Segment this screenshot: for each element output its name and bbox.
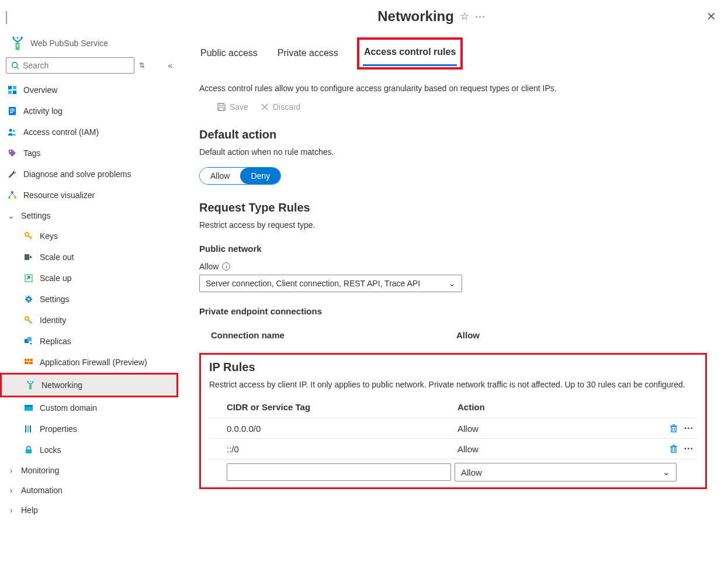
ip-rule-row: ::/0 Allow ··· — [209, 438, 697, 459]
toggle-deny[interactable]: Deny — [240, 168, 280, 184]
nav-label: Scale up — [40, 273, 71, 283]
sidebar-item-activity-log[interactable]: Activity log — [0, 101, 178, 122]
nav-label: Application Firewall (Preview) — [40, 358, 147, 367]
networking-icon — [25, 380, 36, 390]
svg-point-17 — [10, 151, 11, 152]
nav-label: Properties — [40, 424, 77, 434]
toggle-allow[interactable]: Allow — [200, 168, 240, 184]
sidebar-item-networking[interactable]: Networking — [2, 375, 176, 396]
people-icon — [7, 127, 18, 137]
favorite-star-icon[interactable]: ☆ — [460, 10, 469, 23]
discard-button[interactable]: Discard — [260, 102, 300, 112]
sidebar-item-tags[interactable]: Tags — [0, 143, 178, 164]
collapse-sidebar-icon[interactable]: « — [168, 61, 172, 70]
sidebar-item-settings-sub[interactable]: Settings — [0, 289, 178, 310]
more-options-icon[interactable]: ··· — [684, 444, 694, 454]
default-action-heading: Default action — [199, 128, 707, 141]
service-logo-icon — [9, 35, 26, 51]
sidebar-item-firewall[interactable]: Application Firewall (Preview) — [0, 352, 178, 373]
nav-label: Automation — [21, 486, 63, 495]
svg-rect-9 — [8, 91, 12, 94]
sidebar-group-settings[interactable]: ⌄ Settings — [0, 206, 178, 226]
allow-column: Allow — [456, 330, 695, 340]
svg-line-6 — [17, 67, 19, 70]
chevron-down-icon: ⌄ — [663, 467, 670, 477]
svg-rect-10 — [13, 91, 16, 94]
sidebar-group-automation[interactable]: › Automation — [0, 480, 178, 500]
svg-point-28 — [27, 297, 30, 301]
svg-rect-47 — [26, 449, 32, 453]
sidebar-item-identity[interactable]: Identity — [0, 310, 178, 331]
sidebar-search-input[interactable] — [6, 57, 134, 74]
svg-point-40 — [30, 381, 31, 382]
svg-line-21 — [9, 193, 12, 196]
svg-line-31 — [30, 322, 32, 323]
svg-point-0 — [12, 37, 15, 39]
sort-updown-icon[interactable]: ⇅ — [139, 61, 145, 70]
sidebar-item-overview[interactable]: Overview — [0, 79, 178, 101]
sidebar-item-locks[interactable]: Locks — [0, 439, 178, 460]
tab-public-access[interactable]: Public access — [199, 42, 259, 65]
lock-icon — [23, 445, 34, 455]
wrench-icon — [7, 169, 18, 179]
svg-point-20 — [14, 196, 16, 199]
tab-private-access[interactable]: Private access — [276, 42, 339, 65]
allow-dropdown[interactable]: Server connection, Client connection, RE… — [199, 275, 462, 292]
save-button[interactable]: Save — [217, 102, 248, 112]
public-network-label: Public network — [199, 244, 707, 254]
sidebar-item-iam[interactable]: Access control (IAM) — [0, 122, 178, 143]
sidebar-item-scale-out[interactable]: Scale out — [0, 247, 178, 268]
chevron-right-icon: › — [7, 466, 15, 475]
nav-label: Access control (IAM) — [23, 127, 99, 137]
scale-up-icon — [23, 273, 34, 283]
new-cidr-input[interactable] — [227, 463, 451, 481]
ip-rules-desc: Restrict access by client IP. It only ap… — [209, 380, 697, 389]
firewall-icon — [23, 357, 34, 368]
connection-name-column: Connection name — [211, 330, 456, 340]
tag-icon — [7, 148, 18, 158]
svg-rect-8 — [13, 86, 16, 89]
svg-rect-34 — [25, 359, 33, 361]
save-label: Save — [230, 102, 248, 112]
sidebar-group-monitoring[interactable]: › Monitoring — [0, 460, 178, 480]
cidr-column: CIDR or Service Tag — [227, 402, 457, 412]
delete-rule-icon[interactable] — [669, 444, 678, 453]
svg-point-2 — [20, 37, 23, 39]
sidebar: Web PubSub Service ⇅ « Overview Activity… — [0, 33, 178, 522]
ip-rule-cidr: ::/0 — [227, 444, 457, 454]
svg-point-41 — [32, 381, 33, 382]
default-action-toggle[interactable]: Allow Deny — [199, 167, 281, 185]
dropdown-value: Server connection, Client connection, RE… — [206, 279, 420, 288]
scale-out-icon — [23, 252, 34, 262]
header-separator: | — [5, 8, 8, 25]
ip-rule-action: Allow — [457, 444, 669, 454]
svg-rect-7 — [8, 86, 12, 89]
select-value: Allow — [461, 467, 482, 477]
svg-point-19 — [8, 196, 11, 199]
new-action-select[interactable]: Allow ⌄ — [455, 463, 677, 482]
more-horizontal-icon[interactable]: ··· — [475, 11, 486, 23]
svg-point-16 — [13, 130, 15, 132]
sidebar-group-help[interactable]: › Help — [0, 500, 178, 520]
nav-label: Monitoring — [21, 466, 59, 475]
delete-rule-icon[interactable] — [669, 424, 678, 433]
close-icon[interactable]: ✕ — [706, 11, 716, 22]
ip-rule-action: Allow — [457, 424, 669, 434]
sidebar-item-keys[interactable]: Keys — [0, 226, 178, 247]
identity-icon — [23, 315, 34, 325]
sidebar-item-diagnose[interactable]: Diagnose and solve problems — [0, 164, 178, 185]
sidebar-item-properties[interactable]: Properties — [0, 418, 178, 439]
sidebar-item-visualizer[interactable]: Resource visualizer — [0, 185, 178, 206]
nav-label: Identity — [40, 316, 66, 325]
sidebar-item-replicas[interactable]: Replicas — [0, 331, 178, 352]
sidebar-item-custom-domain[interactable]: Custom domain — [0, 397, 178, 418]
nav-label: Locks — [40, 445, 61, 455]
svg-rect-46 — [30, 425, 31, 432]
save-icon — [217, 102, 226, 112]
key-icon — [23, 231, 34, 241]
info-icon[interactable]: i — [222, 262, 230, 271]
more-options-icon[interactable]: ··· — [684, 423, 694, 434]
main-content: Public access Private access Access cont… — [178, 33, 728, 522]
sidebar-item-scale-up[interactable]: Scale up — [0, 268, 178, 289]
tab-access-control-rules[interactable]: Access control rules — [363, 41, 457, 66]
